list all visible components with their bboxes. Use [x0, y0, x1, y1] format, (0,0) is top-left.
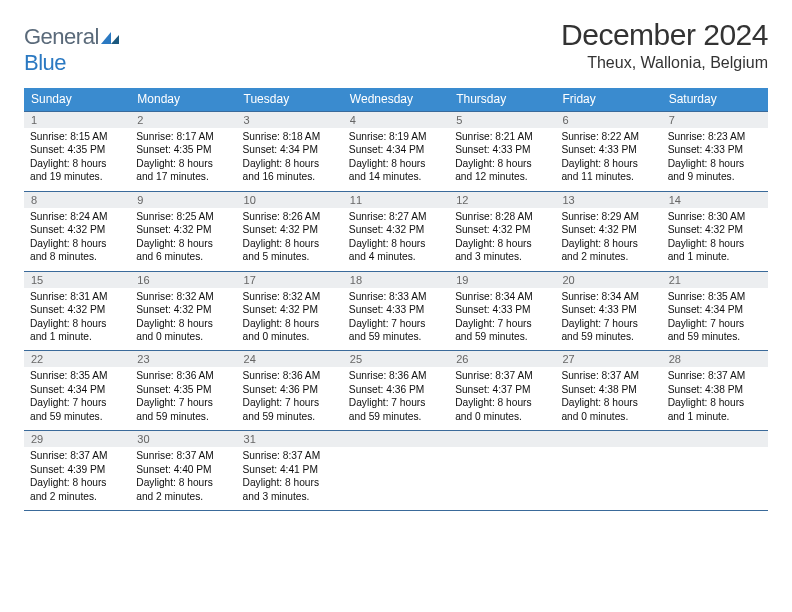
- day-cell: Sunrise: 8:37 AMSunset: 4:40 PMDaylight:…: [130, 447, 236, 510]
- sunrise-text: Sunrise: 8:23 AM: [668, 130, 762, 143]
- sunset-text: Sunset: 4:37 PM: [455, 383, 549, 396]
- day-number: 1: [24, 112, 130, 128]
- day-number: 12: [449, 192, 555, 208]
- sunset-text: Sunset: 4:41 PM: [243, 463, 337, 476]
- sunset-text: Sunset: 4:34 PM: [30, 383, 124, 396]
- sunset-text: Sunset: 4:33 PM: [455, 303, 549, 316]
- dl2-text: and 59 minutes.: [243, 410, 337, 423]
- sunset-text: Sunset: 4:32 PM: [30, 223, 124, 236]
- dl2-text: and 2 minutes.: [561, 250, 655, 263]
- day-number: 16: [130, 272, 236, 288]
- dl2-text: and 59 minutes.: [349, 330, 443, 343]
- day-cell: Sunrise: 8:31 AMSunset: 4:32 PMDaylight:…: [24, 288, 130, 351]
- sunrise-text: Sunrise: 8:18 AM: [243, 130, 337, 143]
- day-number: 31: [237, 431, 343, 447]
- dl1-text: Daylight: 7 hours: [349, 317, 443, 330]
- dl1-text: Daylight: 8 hours: [561, 237, 655, 250]
- day-cell: Sunrise: 8:30 AMSunset: 4:32 PMDaylight:…: [662, 208, 768, 271]
- day-cell: Sunrise: 8:15 AMSunset: 4:35 PMDaylight:…: [24, 128, 130, 191]
- day-number: [449, 431, 555, 447]
- dl2-text: and 11 minutes.: [561, 170, 655, 183]
- day-number: 7: [662, 112, 768, 128]
- day-cell: Sunrise: 8:32 AMSunset: 4:32 PMDaylight:…: [130, 288, 236, 351]
- dl1-text: Daylight: 8 hours: [136, 476, 230, 489]
- day-cell: [662, 447, 768, 510]
- sunrise-text: Sunrise: 8:37 AM: [243, 449, 337, 462]
- dl1-text: Daylight: 7 hours: [30, 396, 124, 409]
- dl1-text: Daylight: 8 hours: [136, 237, 230, 250]
- sunset-text: Sunset: 4:40 PM: [136, 463, 230, 476]
- logo: GeneralBlue: [24, 24, 119, 76]
- sunset-text: Sunset: 4:34 PM: [349, 143, 443, 156]
- dl1-text: Daylight: 8 hours: [668, 237, 762, 250]
- dl2-text: and 2 minutes.: [136, 490, 230, 503]
- sunrise-text: Sunrise: 8:15 AM: [30, 130, 124, 143]
- sunset-text: Sunset: 4:34 PM: [668, 303, 762, 316]
- sunset-text: Sunset: 4:33 PM: [455, 143, 549, 156]
- sunset-text: Sunset: 4:38 PM: [561, 383, 655, 396]
- day-cell: Sunrise: 8:36 AMSunset: 4:35 PMDaylight:…: [130, 367, 236, 430]
- day-number: 28: [662, 351, 768, 367]
- dl2-text: and 59 minutes.: [349, 410, 443, 423]
- day-cell: Sunrise: 8:21 AMSunset: 4:33 PMDaylight:…: [449, 128, 555, 191]
- day-number: 27: [555, 351, 661, 367]
- dl1-text: Daylight: 8 hours: [136, 157, 230, 170]
- dl2-text: and 0 minutes.: [561, 410, 655, 423]
- sunrise-text: Sunrise: 8:27 AM: [349, 210, 443, 223]
- sunset-text: Sunset: 4:39 PM: [30, 463, 124, 476]
- dl2-text: and 1 minute.: [668, 410, 762, 423]
- dl2-text: and 19 minutes.: [30, 170, 124, 183]
- week-row: 1234567Sunrise: 8:15 AMSunset: 4:35 PMDa…: [24, 111, 768, 191]
- dl2-text: and 6 minutes.: [136, 250, 230, 263]
- sunrise-text: Sunrise: 8:34 AM: [561, 290, 655, 303]
- dl2-text: and 12 minutes.: [455, 170, 549, 183]
- week-row: 15161718192021Sunrise: 8:31 AMSunset: 4:…: [24, 271, 768, 351]
- weekday-sun: Sunday: [24, 88, 130, 111]
- sunset-text: Sunset: 4:32 PM: [243, 303, 337, 316]
- sunrise-text: Sunrise: 8:37 AM: [30, 449, 124, 462]
- day-data-row: Sunrise: 8:37 AMSunset: 4:39 PMDaylight:…: [24, 447, 768, 510]
- dl1-text: Daylight: 8 hours: [30, 317, 124, 330]
- weekday-wed: Wednesday: [343, 88, 449, 111]
- sunrise-text: Sunrise: 8:31 AM: [30, 290, 124, 303]
- day-number: 19: [449, 272, 555, 288]
- day-cell: Sunrise: 8:37 AMSunset: 4:38 PMDaylight:…: [555, 367, 661, 430]
- day-data-row: Sunrise: 8:35 AMSunset: 4:34 PMDaylight:…: [24, 367, 768, 430]
- day-cell: Sunrise: 8:34 AMSunset: 4:33 PMDaylight:…: [555, 288, 661, 351]
- dl1-text: Daylight: 8 hours: [30, 157, 124, 170]
- day-number: 6: [555, 112, 661, 128]
- dl2-text: and 1 minute.: [30, 330, 124, 343]
- day-number: [555, 431, 661, 447]
- day-cell: Sunrise: 8:37 AMSunset: 4:38 PMDaylight:…: [662, 367, 768, 430]
- sunset-text: Sunset: 4:38 PM: [668, 383, 762, 396]
- dl2-text: and 4 minutes.: [349, 250, 443, 263]
- dl1-text: Daylight: 7 hours: [455, 317, 549, 330]
- day-number: 9: [130, 192, 236, 208]
- dl1-text: Daylight: 7 hours: [668, 317, 762, 330]
- day-number: 30: [130, 431, 236, 447]
- sunset-text: Sunset: 4:33 PM: [561, 143, 655, 156]
- dl1-text: Daylight: 8 hours: [349, 237, 443, 250]
- dl2-text: and 59 minutes.: [561, 330, 655, 343]
- weekday-thu: Thursday: [449, 88, 555, 111]
- day-cell: [343, 447, 449, 510]
- sunset-text: Sunset: 4:32 PM: [243, 223, 337, 236]
- day-cell: Sunrise: 8:36 AMSunset: 4:36 PMDaylight:…: [343, 367, 449, 430]
- dl2-text: and 0 minutes.: [243, 330, 337, 343]
- day-number-row: 1234567: [24, 112, 768, 128]
- day-cell: Sunrise: 8:19 AMSunset: 4:34 PMDaylight:…: [343, 128, 449, 191]
- day-data-row: Sunrise: 8:31 AMSunset: 4:32 PMDaylight:…: [24, 288, 768, 351]
- dl1-text: Daylight: 8 hours: [668, 396, 762, 409]
- sunrise-text: Sunrise: 8:36 AM: [136, 369, 230, 382]
- dl2-text: and 14 minutes.: [349, 170, 443, 183]
- day-cell: Sunrise: 8:37 AMSunset: 4:41 PMDaylight:…: [237, 447, 343, 510]
- day-cell: Sunrise: 8:35 AMSunset: 4:34 PMDaylight:…: [662, 288, 768, 351]
- day-data-row: Sunrise: 8:24 AMSunset: 4:32 PMDaylight:…: [24, 208, 768, 271]
- day-number-row: 22232425262728: [24, 351, 768, 367]
- sunrise-text: Sunrise: 8:36 AM: [349, 369, 443, 382]
- sunrise-text: Sunrise: 8:24 AM: [30, 210, 124, 223]
- day-number-row: 891011121314: [24, 192, 768, 208]
- sunset-text: Sunset: 4:34 PM: [243, 143, 337, 156]
- day-cell: Sunrise: 8:18 AMSunset: 4:34 PMDaylight:…: [237, 128, 343, 191]
- sunrise-text: Sunrise: 8:32 AM: [136, 290, 230, 303]
